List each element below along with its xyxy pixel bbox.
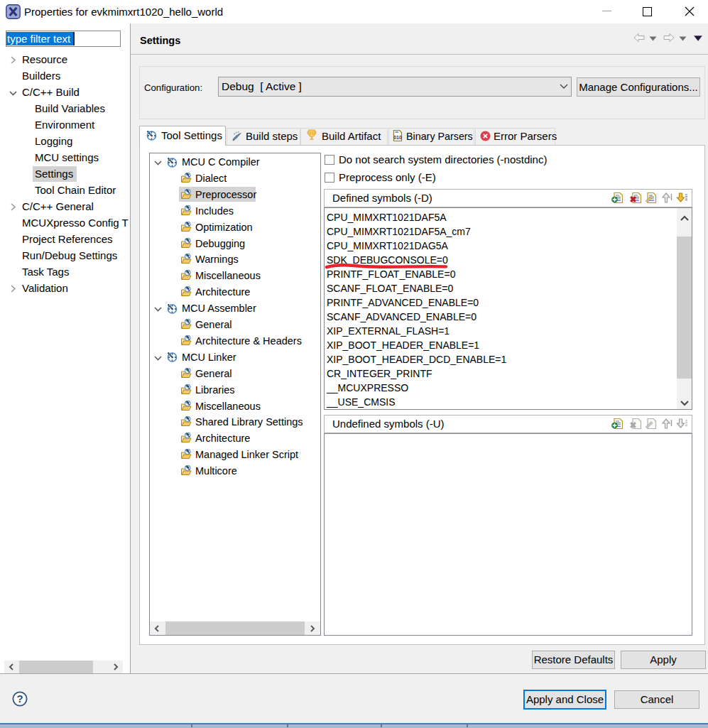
svg-text:010: 010	[393, 135, 402, 140]
svg-text:?: ?	[16, 692, 23, 705]
